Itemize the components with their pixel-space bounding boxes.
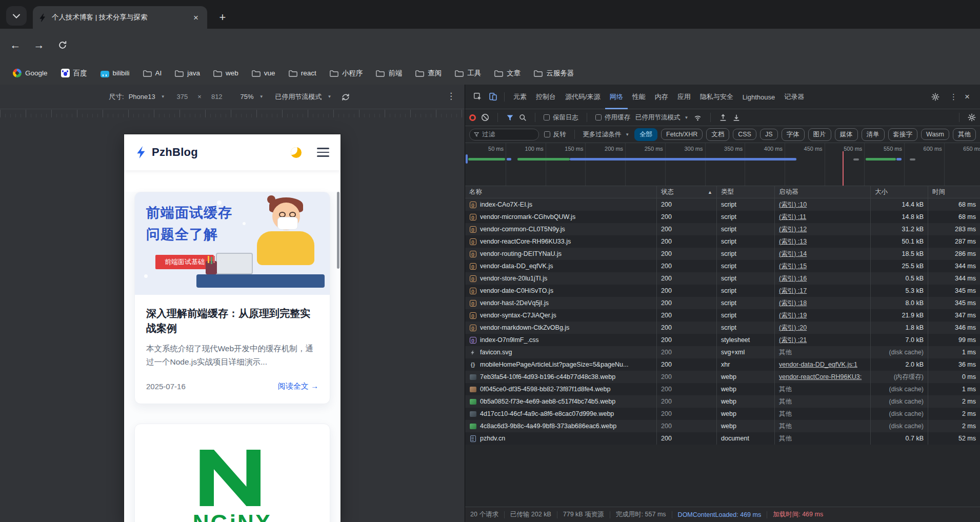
bookmark-folder[interactable]: 查阅 [410, 66, 447, 81]
rotate-button[interactable] [341, 93, 350, 101]
page-scrollbar[interactable] [337, 192, 339, 269]
new-tab-button[interactable]: + [214, 9, 231, 26]
bookmark-site[interactable]: bilibili [95, 67, 135, 80]
filter-chip-媒体[interactable]: 媒体 [835, 128, 858, 141]
table-row[interactable]: {}vendor-routing-DEITYNaU.js200script(索引… [465, 248, 980, 260]
devtools-tab-元素[interactable]: 元素 [509, 85, 531, 109]
bookmark-folder[interactable]: 云服务器 [528, 66, 579, 81]
table-row[interactable]: favicon.svg200svg+xml其他(disk cache)1 ms [465, 346, 980, 358]
tab-search-button[interactable] [6, 6, 27, 26]
forward-button[interactable]: → [30, 36, 48, 54]
table-row[interactable]: {}index-CAo7X-EI.js200script(索引) :1014.4… [465, 198, 980, 211]
filter-chip-清单[interactable]: 清单 [862, 128, 885, 141]
column-header-时间[interactable]: 时间 [928, 186, 980, 198]
record-button[interactable] [469, 114, 476, 121]
devtools-settings-button[interactable] [928, 90, 943, 104]
devtools-tab-性能[interactable]: 性能 [628, 85, 650, 109]
column-header-启动器[interactable]: 启动器 [775, 186, 871, 198]
bookmark-folder[interactable]: 文章 [489, 66, 526, 81]
table-row[interactable]: 7eb3fa54-10f6-4d93-b196-c44b77d48c38.web… [465, 371, 980, 383]
table-row[interactable]: {}vendor-date-C0HiSvTO.js200script(索引) :… [465, 285, 980, 297]
bookmark-folder[interactable]: java [169, 66, 206, 80]
filter-chip-字体[interactable]: 字体 [782, 128, 805, 141]
table-row[interactable]: {}vendor-hast-2DeVq5jI.js200script(索引) :… [465, 297, 980, 309]
viewport-height-field[interactable]: 812 [211, 93, 223, 101]
bookmark-folder[interactable]: web [208, 66, 244, 80]
table-row[interactable]: {}vendor-store-20lu1jTI.js200script(索引) … [465, 272, 980, 285]
hamburger-menu-button[interactable] [317, 148, 329, 157]
table-row[interactable]: 0b5a0852-f73e-4e69-aeb8-c517f4bc74b5.web… [465, 395, 980, 408]
initiator-link[interactable]: (索引) :15 [779, 262, 807, 271]
bookmark-site[interactable]: Google [7, 66, 53, 80]
filter-chip-全部[interactable]: 全部 [634, 128, 657, 141]
devtools-tab-网络[interactable]: 网络 [605, 85, 628, 109]
preserve-log-toggle[interactable]: 保留日志 [544, 113, 578, 122]
device-toolbar-menu-button[interactable]: ⋮ [447, 91, 455, 102]
table-row[interactable]: pzhdv.cn200document其他0.7 kB52 ms [465, 432, 980, 445]
bookmark-folder[interactable]: vue [246, 66, 281, 80]
initiator-link[interactable]: vendor-data-DD_eqfVK.js:1 [779, 361, 857, 368]
initiator-link[interactable]: (索引) :13 [779, 237, 807, 246]
table-row[interactable]: {}vendor-data-DD_eqfVK.js200script(索引) :… [465, 260, 980, 272]
bookmark-folder[interactable]: 工具 [449, 66, 487, 81]
article-card[interactable]: 前端面试缓存 问题全了解 前端面试基础 [134, 192, 330, 404]
column-header-状态[interactable]: 状态▲ [657, 186, 717, 198]
table-row[interactable]: {}vendor-markdown-CtkZvOBg.js200script(索… [465, 322, 980, 334]
column-header-名称[interactable]: 名称 [465, 186, 657, 198]
filter-chip-Fetch/XHR[interactable]: Fetch/XHR [661, 129, 703, 140]
import-har-icon[interactable] [719, 113, 727, 122]
network-throttle-select[interactable]: 已停用节流模式▼ [635, 113, 688, 122]
article-card[interactable]: NGiNX [134, 424, 330, 522]
filter-chip-套接字[interactable]: 套接字 [888, 128, 918, 141]
throttle-select[interactable]: 已停用节流模式 [275, 92, 322, 102]
disable-cache-toggle[interactable]: 停用缓存 [595, 113, 630, 122]
column-header-大小[interactable]: 大小 [871, 186, 928, 198]
network-conditions-icon[interactable] [693, 113, 702, 122]
devtools-tab-源代码/来源[interactable]: 源代码/来源 [561, 85, 605, 109]
table-row[interactable]: {}vendor-micromark-CGhvbQUW.js200script(… [465, 211, 980, 223]
filter-icon[interactable] [506, 114, 514, 122]
initiator-link[interactable]: (索引) :19 [779, 311, 807, 320]
site-logo[interactable]: PzhBlog [135, 146, 291, 159]
initiator-link[interactable]: (索引) :20 [779, 324, 807, 332]
filter-chip-其他[interactable]: 其他 [953, 128, 976, 141]
column-header-类型[interactable]: 类型 [717, 186, 775, 198]
initiator-link[interactable]: (索引) :21 [779, 336, 807, 345]
viewport-width-field[interactable]: 375 [177, 93, 188, 101]
table-row[interactable]: 4c8ac6d3-9b8c-4a49-9bf8-373ab686eac6.web… [465, 420, 980, 432]
devtools-tab-Lighthouse[interactable]: Lighthouse [738, 85, 780, 109]
table-row[interactable]: 4d17cc10-46cf-4a9c-a8f6-e8cac07d999e.web… [465, 408, 980, 420]
initiator-link[interactable]: (索引) :12 [779, 225, 807, 234]
filter-chip-文档[interactable]: 文档 [706, 128, 729, 141]
browser-tab[interactable]: 个人技术博客 | 技术分享与探索 × [33, 6, 207, 29]
reload-button[interactable] [53, 36, 72, 54]
devtools-tab-记录器[interactable]: 记录器 [779, 85, 809, 109]
devtools-close-button[interactable]: × [965, 92, 970, 102]
device-toolbar-toggle[interactable] [486, 90, 500, 104]
devtools-tab-应用[interactable]: 应用 [673, 85, 695, 109]
table-row[interactable]: 0f045ce0-df35-4598-bb82-73f87f1d8fe4.web… [465, 383, 980, 395]
bookmark-folder[interactable]: AI [137, 66, 168, 80]
device-select[interactable]: Phone13 [129, 93, 155, 101]
search-icon[interactable] [519, 114, 527, 122]
read-more-link[interactable]: 阅读全文 → [278, 382, 318, 391]
initiator-link[interactable]: (索引) :17 [779, 287, 807, 295]
inspect-element-button[interactable] [470, 90, 485, 104]
initiator-link[interactable]: (索引) :11 [779, 213, 806, 222]
bookmark-folder[interactable]: 小程序 [324, 66, 369, 81]
table-row[interactable]: {}index-O7n9lmF_.css200stylesheet(索引) :2… [465, 334, 980, 346]
table-row[interactable]: {}vendor-reactCore-RH96KU33.js200script(… [465, 235, 980, 248]
filter-input[interactable] [482, 131, 534, 138]
bookmark-folder[interactable]: react [283, 66, 322, 80]
export-har-icon[interactable] [732, 113, 741, 122]
devtools-menu-button[interactable]: ⋮ [950, 92, 957, 102]
bookmark-site[interactable]: 百度 [55, 66, 93, 81]
filter-chip-图片[interactable]: 图片 [808, 128, 831, 141]
table-row[interactable]: {}vendor-syntax-C7JiAQer.js200script(索引)… [465, 309, 980, 322]
bookmark-folder[interactable]: 前端 [370, 66, 408, 81]
devtools-tab-控制台[interactable]: 控制台 [531, 85, 561, 109]
initiator-link[interactable]: (索引) :16 [779, 274, 807, 283]
devtools-tab-隐私与安全[interactable]: 隐私与安全 [695, 85, 738, 109]
network-settings-gear-icon[interactable] [968, 113, 976, 122]
invert-filter-toggle[interactable]: 反转 [544, 130, 566, 139]
